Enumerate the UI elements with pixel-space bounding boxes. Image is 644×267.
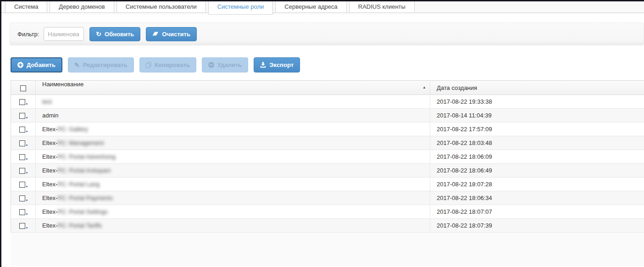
row-marker-dot <box>26 172 28 173</box>
filter-panel: Фильтр: ↻ Обновить Очистить <box>10 22 644 45</box>
role-name-cell: Eltex-PC: Portal Tariffs <box>36 219 430 233</box>
tab-system[interactable]: Система <box>5 1 47 13</box>
row-checkbox[interactable] <box>19 223 25 229</box>
date-column-header[interactable]: Дата создания <box>430 81 644 95</box>
select-all-header-cell <box>11 81 36 95</box>
row-checkbox[interactable] <box>19 113 25 119</box>
tab-domain-tree[interactable]: Дерево доменов <box>50 1 114 13</box>
table-row[interactable]: Eltex-PC: Management2017-08-22 18:03:48 <box>11 136 644 150</box>
row-checkbox[interactable] <box>19 168 25 174</box>
add-button-label: Добавить <box>27 61 56 68</box>
table-row[interactable]: test2017-08-22 19:33:38 <box>11 95 644 109</box>
clear-filter-button[interactable]: Очистить <box>146 27 197 41</box>
row-checkbox[interactable] <box>19 209 25 215</box>
refresh-button[interactable]: ↻ Обновить <box>89 27 140 41</box>
filter-name-input[interactable] <box>44 27 84 41</box>
role-name-cell: Eltex-PC: Portal Payments <box>36 191 430 205</box>
role-name-cell: Eltex-PC: Portal Advertising <box>36 150 430 164</box>
delete-button[interactable]: Удалить <box>202 57 248 72</box>
role-name-text: Eltex- <box>42 139 57 146</box>
row-checkbox[interactable] <box>19 195 25 201</box>
role-name-redacted: PC: Gallery <box>57 126 88 133</box>
tab-system-users[interactable]: Системные пользователи <box>117 1 206 13</box>
tab-radius-clients[interactable]: RADIUS клиенты <box>349 1 415 13</box>
export-button-label: Экспорт <box>269 61 294 68</box>
role-name-text: Eltex- <box>42 167 57 174</box>
table-row[interactable]: Eltex-PC: Portal Antispam2017-08-22 18:0… <box>11 164 644 178</box>
row-marker-dot <box>26 103 28 105</box>
row-select-cell <box>11 95 36 109</box>
role-name-redacted: PC: Portal Antispam <box>57 167 111 174</box>
copy-icon <box>146 62 151 68</box>
role-name-redacted: PC: Portal Tariffs <box>57 222 102 229</box>
copy-button[interactable]: Копировать <box>139 57 196 72</box>
export-button[interactable]: Экспорт <box>254 57 300 72</box>
created-date-cell: 2017-08-22 18:03:48 <box>430 136 644 150</box>
row-marker-dot <box>26 186 28 187</box>
row-checkbox[interactable] <box>19 154 25 160</box>
row-checkbox[interactable] <box>19 182 25 188</box>
row-select-cell <box>11 178 36 191</box>
row-checkbox[interactable] <box>19 99 25 105</box>
row-select-cell <box>11 109 36 122</box>
name-column-label: Наименование <box>42 81 83 88</box>
table-row[interactable]: Eltex-PC: Portal Tariffs2017-08-22 18:07… <box>11 219 644 233</box>
role-name-cell: Eltex-PC: Portal Antispam <box>36 164 430 178</box>
role-name-redacted: PC: Portal Advertising <box>57 153 115 160</box>
sort-asc-icon: ▲ <box>422 81 426 95</box>
tab-bar: СистемаДерево доменовСистемные пользоват… <box>1 1 644 15</box>
created-date-cell: 2017-08-22 18:06:34 <box>430 191 644 205</box>
role-name-cell: Eltex-PC: Portal Lang <box>36 178 430 191</box>
tab-system-roles[interactable]: Системные роли <box>208 1 273 15</box>
delete-button-label: Удалить <box>217 61 242 68</box>
table-row[interactable]: Eltex-PC: Portal Settings2017-08-22 18:0… <box>11 205 644 219</box>
row-marker-dot <box>26 213 28 215</box>
table-row[interactable]: admin2017-08-14 11:04:39 <box>11 109 644 122</box>
role-name-redacted: PC: Portal Payments <box>57 195 113 201</box>
name-column-header[interactable]: Наименование ▲ <box>36 81 430 95</box>
role-name-redacted: test <box>42 98 52 105</box>
role-name-text: Eltex- <box>42 153 57 160</box>
refresh-icon: ↻ <box>96 31 101 37</box>
edit-button[interactable]: ✎ Редактировать <box>68 57 134 72</box>
row-marker-dot <box>26 158 28 160</box>
role-name-text: Eltex- <box>42 222 57 229</box>
table-header-row: Наименование ▲ Дата создания <box>11 81 644 95</box>
row-checkbox[interactable] <box>19 140 25 146</box>
row-select-cell <box>11 136 36 150</box>
created-date-cell: 2017-08-22 18:06:09 <box>430 150 644 164</box>
role-name-text: Eltex- <box>42 126 57 133</box>
table-row[interactable]: Eltex-PC: Portal Advertising2017-08-22 1… <box>11 150 644 164</box>
filter-label: Фильтр: <box>17 31 39 38</box>
table-row[interactable]: Eltex-PC: Gallery2017-08-22 17:57:09 <box>11 122 644 136</box>
add-button[interactable]: Добавить <box>11 57 62 72</box>
table-row[interactable]: Eltex-PC: Portal Payments2017-08-22 18:0… <box>11 191 644 205</box>
app-window: СистемаДерево доменовСистемные пользоват… <box>0 0 644 267</box>
row-marker-dot <box>26 200 28 201</box>
created-date-cell: 2017-08-22 18:07:07 <box>430 205 644 219</box>
role-name-cell: Eltex-PC: Portal Settings <box>36 205 430 219</box>
minus-circle-icon <box>208 62 214 68</box>
row-select-cell <box>11 219 36 233</box>
refresh-button-label: Обновить <box>105 31 134 38</box>
copy-button-label: Копировать <box>155 61 190 68</box>
created-date-cell: 2017-08-14 11:04:39 <box>430 109 644 122</box>
tab-server-addresses[interactable]: Серверные адреса <box>275 1 346 13</box>
row-marker-dot <box>26 227 28 228</box>
role-name-text: Eltex- <box>42 195 57 201</box>
edit-icon: ✎ <box>74 62 80 68</box>
toolbar: Добавить ✎ Редактировать Копировать Удал… <box>11 57 644 72</box>
role-name-cell: Eltex-PC: Gallery <box>36 122 430 136</box>
eraser-icon <box>152 32 159 37</box>
created-date-cell: 2017-08-22 17:57:09 <box>430 122 644 136</box>
edit-button-label: Редактировать <box>83 61 128 68</box>
row-marker-dot <box>26 117 28 118</box>
table-row[interactable]: Eltex-PC: Portal Lang2017-08-22 18:07:28 <box>11 178 644 191</box>
role-name-redacted: PC: Portal Settings <box>57 208 108 215</box>
row-select-cell <box>11 164 36 178</box>
created-date-cell: 2017-08-22 18:06:49 <box>430 164 644 178</box>
row-checkbox[interactable] <box>19 127 25 133</box>
row-marker-dot <box>26 131 28 132</box>
select-all-checkbox[interactable] <box>20 85 26 91</box>
role-name-cell: test <box>36 95 430 109</box>
